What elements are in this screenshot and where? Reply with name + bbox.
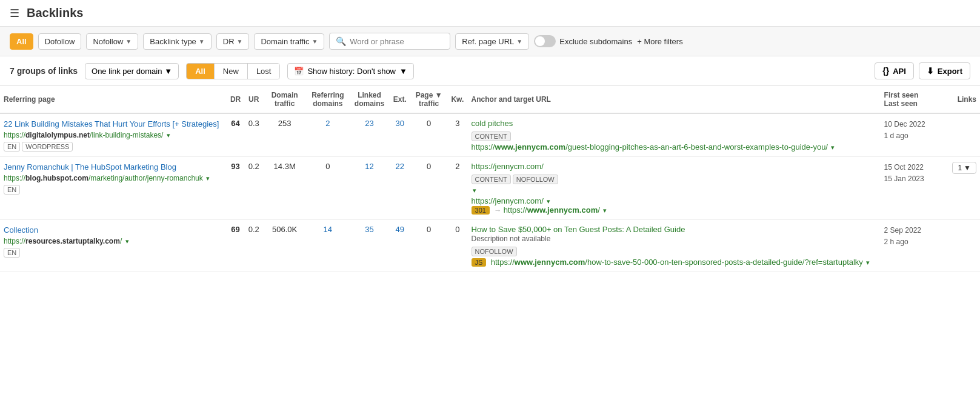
kw-value: 0 — [455, 225, 459, 234]
col-referring-page: Referring page — [0, 86, 227, 113]
col-first-seen: First seenLast seen — [881, 86, 948, 113]
tab-all[interactable]: All — [187, 64, 215, 79]
filter-ref-page-url-btn[interactable]: Ref. page URL ▼ — [455, 33, 529, 50]
ref-page-url-link[interactable]: https://digitalolympus.net/link-building… — [4, 131, 163, 139]
ref-page-title-link[interactable]: Collection — [4, 225, 38, 235]
anchor-text-link[interactable]: cold pitches — [472, 119, 513, 128]
domain-traffic-value: 506.0K — [272, 225, 297, 234]
anchor-text: How to Save $50,000+ on Ten Guest Posts:… — [472, 225, 877, 243]
col-linked-domains: Linkeddomains — [349, 86, 389, 113]
cell-links — [948, 113, 980, 157]
tab-new[interactable]: New — [215, 64, 248, 79]
filter-domain-traffic-btn[interactable]: Domain traffic ▼ — [254, 33, 324, 50]
chevron-down-icon: ▼ — [964, 164, 971, 172]
target-url-js-link[interactable]: https://www.jennycm.com/how-to-save-50-0… — [491, 258, 863, 267]
linked-domains-link[interactable]: 35 — [365, 225, 373, 234]
cell-referring-domains: 0 — [306, 157, 349, 220]
ref-page-title-link[interactable]: Jenny Romanchuk | The HubSpot Marketing … — [4, 162, 176, 172]
cell-referring-page: Jenny Romanchuk | The HubSpot Marketing … — [0, 157, 227, 220]
filter-all-btn[interactable]: All — [10, 33, 33, 50]
tag-badge: WORDPRESS — [22, 142, 73, 152]
calendar-icon: 📅 — [294, 67, 304, 76]
dropdown-arrow-icon[interactable]: ▾ — [206, 175, 210, 182]
dropdown-arrow-icon[interactable]: ▾ — [866, 259, 870, 266]
links-dropdown[interactable]: 1 ▼ — [952, 162, 976, 174]
filter-backlink-type-btn[interactable]: Backlink type ▼ — [143, 33, 212, 50]
search-input[interactable] — [350, 37, 441, 46]
dropdown-arrow-icon[interactable]: ▾ — [831, 144, 835, 151]
api-btn[interactable]: {} API — [875, 62, 914, 79]
page-title: Backlinks — [27, 6, 83, 20]
dropdown-arrow-icon[interactable]: ▾ — [125, 238, 129, 245]
ext-link[interactable]: 49 — [396, 225, 404, 234]
col-ur[interactable]: UR — [244, 86, 263, 113]
top-bar: ☰ Backlinks — [0, 0, 980, 27]
cell-links: 1 ▼ — [948, 157, 980, 220]
anchor-badge: CONTENT — [472, 132, 511, 141]
last-seen-date: 2 h ago — [884, 238, 908, 246]
ref-page-url-link[interactable]: https://blog.hubspot.com/marketing/autho… — [4, 174, 203, 182]
table-wrap: Referring page DR UR Domaintraffic Refer… — [0, 86, 980, 272]
target-url: https://www.jennycm.com/guest-blogging-p… — [472, 142, 877, 152]
tab-lost[interactable]: Lost — [248, 64, 280, 79]
page-traffic-value: 0 — [427, 162, 431, 171]
search-box[interactable]: 🔍 — [329, 33, 450, 50]
dr-value: 93 — [231, 162, 239, 171]
linked-domains-link[interactable]: 23 — [365, 119, 373, 128]
ur-value: 0.2 — [248, 225, 259, 234]
page-traffic-value: 0 — [427, 225, 431, 234]
filter-nofollow-btn[interactable]: Nofollow ▼ — [86, 33, 138, 50]
cell-domain-traffic: 14.3M — [263, 157, 306, 220]
filter-dofollow-btn[interactable]: Dofollow — [38, 33, 82, 50]
cell-referring-domains: 2 — [306, 113, 349, 157]
ext-link[interactable]: 22 — [396, 162, 404, 171]
menu-icon[interactable]: ☰ — [10, 7, 19, 20]
ur-value: 0.3 — [248, 119, 259, 128]
cell-page-traffic: 0 — [410, 220, 447, 272]
exclude-subdomains-label: Exclude subdomains — [559, 37, 632, 46]
anchor-text: cold pitches — [472, 119, 877, 128]
cell-linked-domains: 12 — [349, 157, 389, 220]
tab-group: All New Lost — [186, 63, 280, 79]
anchor-badge: NOFOLLOW — [472, 247, 517, 256]
first-seen-dates: 15 Oct 2022 15 Jan 2023 — [884, 162, 945, 185]
ext-link[interactable]: 30 — [396, 119, 404, 128]
export-icon: ⬇ — [927, 66, 934, 76]
ref-page-title-link[interactable]: 22 Link Building Mistakes That Hurt Your… — [4, 119, 219, 128]
ref-page-title: 22 Link Building Mistakes That Hurt Your… — [4, 119, 223, 130]
chevron-down-icon: ▼ — [164, 67, 172, 76]
export-btn[interactable]: ⬇ Export — [919, 62, 970, 79]
redirect-target-link[interactable]: https://www.jennycm.com/ — [504, 205, 600, 215]
link-per-domain-btn[interactable]: One link per domain ▼ — [85, 63, 179, 79]
cell-ext: 49 — [390, 220, 411, 272]
first-seen-date: 10 Dec 2022 — [884, 120, 925, 128]
ref-page-url-link[interactable]: https://resources.startuptalky.com/ — [4, 237, 122, 245]
cell-domain-traffic: 253 — [263, 113, 306, 157]
filter-dr-btn[interactable]: DR ▼ — [216, 33, 250, 50]
cell-ur: 0.3 — [244, 113, 263, 157]
anchor-text-link[interactable]: How to Save $50,000+ on Ten Guest Posts:… — [472, 225, 685, 234]
col-kw: Kw. — [447, 86, 467, 113]
ref-page-title: Jenny Romanchuk | The HubSpot Marketing … — [4, 162, 223, 173]
referring-domains-link[interactable]: 14 — [324, 225, 332, 234]
cell-referring-page: 22 Link Building Mistakes That Hurt Your… — [0, 113, 227, 157]
chevron-down-icon: ▼ — [199, 38, 205, 45]
dropdown-arrow-icon[interactable]: ▾ — [167, 132, 170, 139]
tag-badge: EN — [4, 248, 20, 258]
jennycm-link[interactable]: https://jennycm.com/ — [472, 196, 544, 205]
target-url-link[interactable]: https://www.jennycm.com/guest-blogging-p… — [472, 142, 828, 152]
anchor-text-link[interactable]: https://jennycm.com/ — [472, 162, 544, 171]
more-filters-btn[interactable]: + More filters — [637, 37, 683, 46]
nofollow-badge: NOFOLLOW — [513, 175, 558, 184]
dropdown-arrow-icon[interactable]: ▾ — [603, 207, 607, 214]
cell-ur: 0.2 — [244, 220, 263, 272]
history-btn[interactable]: 📅 Show history: Don't show ▼ — [287, 63, 413, 79]
referring-domains-link[interactable]: 2 — [325, 119, 330, 128]
exclude-subdomains-toggle[interactable] — [534, 35, 556, 47]
redirect-301-badge: 301 — [472, 206, 490, 215]
col-page-traffic[interactable]: Page ▼traffic — [410, 86, 447, 113]
linked-domains-link[interactable]: 12 — [365, 162, 373, 171]
dropdown-arrow-icon[interactable]: ▾ — [473, 187, 476, 194]
dropdown-arrow-icon[interactable]: ▾ — [547, 198, 550, 205]
col-dr[interactable]: DR — [227, 86, 245, 113]
